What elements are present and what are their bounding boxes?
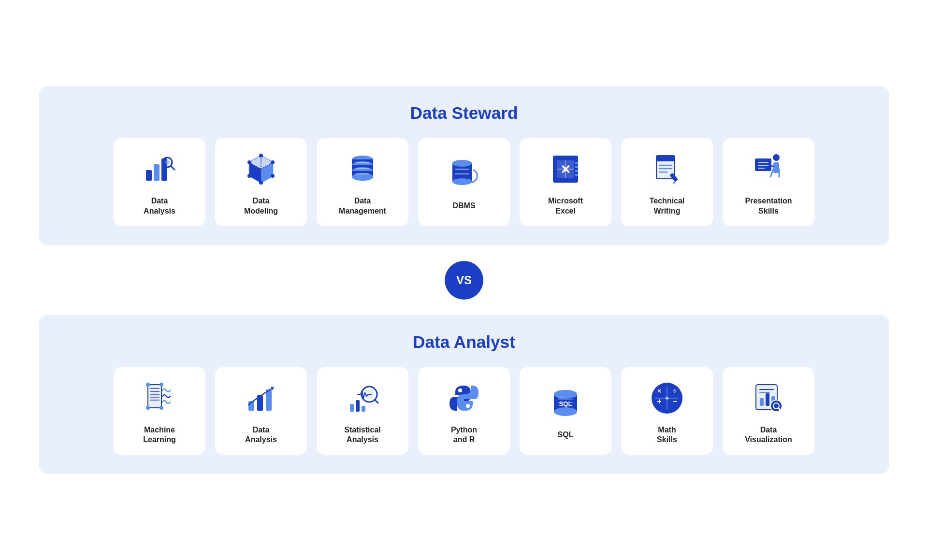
svg-rect-78 xyxy=(356,400,360,412)
skill-card-dbms: DBMS xyxy=(418,138,510,226)
skill-label-machine-learning: MachineLearning xyxy=(143,425,176,445)
svg-point-81 xyxy=(458,388,462,392)
skill-label-microsoft-excel: MicrosoftExcel xyxy=(548,196,583,216)
skill-card-data-analysis-2: DataAnalysis xyxy=(215,367,307,455)
svg-rect-101 xyxy=(760,398,764,406)
svg-rect-53 xyxy=(773,162,779,173)
analyst-section: Data Analyst xyxy=(39,315,889,474)
skill-card-microsoft-excel: ✕ MicrosoftExcel xyxy=(520,138,611,226)
steward-skills-grid: DataAnalysis xyxy=(58,138,870,226)
presentation-skills-icon xyxy=(749,150,788,188)
technical-writing-icon xyxy=(648,150,686,188)
svg-rect-57 xyxy=(755,158,771,171)
skill-label-data-modeling: DataModeling xyxy=(244,196,278,216)
sql-icon: SQL </> xyxy=(546,384,585,422)
svg-point-99 xyxy=(666,397,668,400)
skill-card-python-r: Pythonand R xyxy=(418,367,510,455)
svg-text:</>: </> xyxy=(558,396,564,400)
svg-point-32 xyxy=(452,160,472,167)
svg-point-15 xyxy=(247,174,251,178)
skill-label-statistical-analysis: StatisticalAnalysis xyxy=(344,425,381,445)
skill-card-sql: SQL </> SQL xyxy=(520,367,611,455)
svg-point-70 xyxy=(160,406,163,410)
svg-rect-42 xyxy=(575,166,578,168)
machine-learning-icon xyxy=(140,379,179,417)
skill-card-data-visualization: DataVisualization xyxy=(723,367,814,455)
data-modeling-icon xyxy=(242,150,280,188)
skill-label-dbms: DBMS xyxy=(452,201,475,211)
svg-point-82 xyxy=(466,404,470,408)
data-visualization-icon xyxy=(749,379,788,417)
svg-text:×: × xyxy=(657,387,661,395)
data-management-icon xyxy=(343,150,382,188)
svg-rect-43 xyxy=(575,170,578,172)
svg-text:÷: ÷ xyxy=(673,387,677,395)
svg-rect-0 xyxy=(146,170,152,181)
data-analysis-2-icon xyxy=(242,379,280,417)
svg-rect-46 xyxy=(656,156,675,161)
steward-title: Data Steward xyxy=(58,103,870,123)
svg-point-12 xyxy=(271,174,275,178)
data-analysis-icon xyxy=(140,150,179,188)
skill-label-sql: SQL xyxy=(558,430,574,440)
svg-rect-1 xyxy=(154,164,160,181)
statistical-analysis-icon xyxy=(343,379,382,417)
svg-rect-79 xyxy=(362,406,365,412)
python-r-icon xyxy=(445,379,483,417)
vs-badge: VS xyxy=(445,261,483,300)
svg-point-85 xyxy=(554,407,577,416)
skill-label-python-r: Pythonand R xyxy=(451,425,477,445)
svg-point-67 xyxy=(146,383,150,387)
svg-point-69 xyxy=(146,406,150,410)
svg-line-5 xyxy=(171,166,174,170)
skill-label-data-analysis: DataAnalysis xyxy=(144,196,175,216)
svg-rect-102 xyxy=(766,393,769,406)
svg-rect-73 xyxy=(266,389,272,411)
skill-label-presentation-skills: PresentationSkills xyxy=(745,196,792,216)
dbms-icon xyxy=(445,155,483,193)
svg-marker-51 xyxy=(673,182,676,185)
skill-card-data-modeling: DataModeling xyxy=(215,138,307,226)
skill-card-data-analysis: DataAnalysis xyxy=(114,138,205,226)
svg-line-80 xyxy=(375,400,378,403)
skill-card-technical-writing: TechnicalWriting xyxy=(621,138,713,226)
skill-label-data-analysis-2: DataAnalysis xyxy=(245,425,277,445)
svg-point-13 xyxy=(259,181,263,185)
skill-label-data-management: DataManagement xyxy=(339,196,386,216)
skill-label-data-visualization: DataVisualization xyxy=(745,425,792,445)
skill-label-math-skills: MathSkills xyxy=(657,425,677,445)
skill-card-statistical-analysis: StatisticalAnalysis xyxy=(317,367,408,455)
skill-card-math-skills: × ÷ + − MathSkills xyxy=(621,367,713,455)
skill-label-technical-writing: TechnicalWriting xyxy=(650,196,685,216)
analyst-skills-grid: MachineLearning DataAnalysis xyxy=(58,367,870,455)
skill-card-presentation-skills: PresentationSkills xyxy=(723,138,814,226)
svg-rect-41 xyxy=(575,162,578,164)
svg-rect-61 xyxy=(148,385,161,408)
math-skills-icon: × ÷ + − xyxy=(648,379,686,417)
svg-point-52 xyxy=(773,154,780,161)
analyst-title: Data Analyst xyxy=(58,332,870,352)
svg-rect-44 xyxy=(575,174,578,176)
skill-card-machine-learning: MachineLearning xyxy=(114,367,205,455)
svg-point-4 xyxy=(165,160,170,165)
microsoft-excel-icon: ✕ xyxy=(546,150,585,188)
svg-rect-77 xyxy=(350,404,354,412)
skill-card-data-management: DataManagement xyxy=(317,138,408,226)
steward-section: Data Steward DataAnalysis xyxy=(39,86,889,245)
svg-point-68 xyxy=(160,383,163,387)
